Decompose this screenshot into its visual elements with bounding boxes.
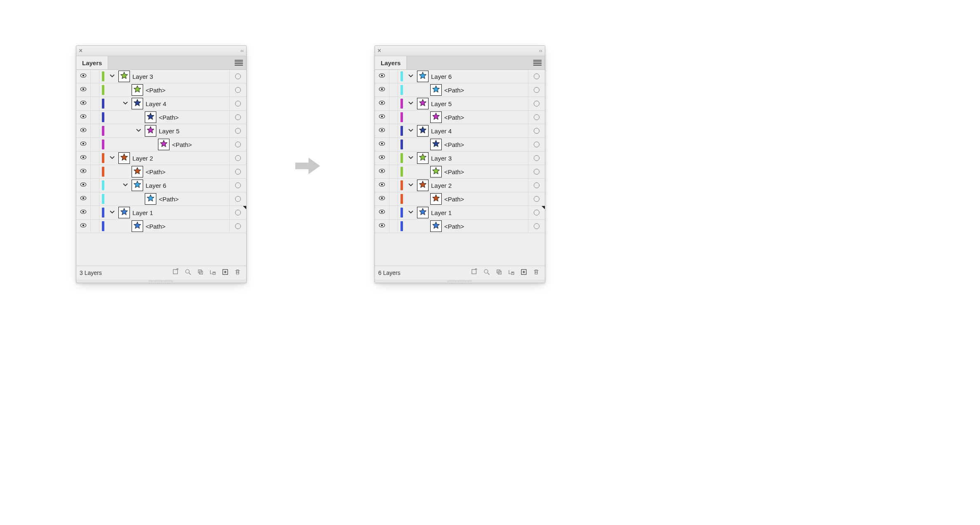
panel-options-button[interactable] <box>235 60 243 66</box>
selection-target-cell[interactable] <box>229 111 246 124</box>
layer-thumbnail[interactable] <box>417 71 429 82</box>
panel-titlebar[interactable]: ×‹‹ <box>375 46 545 56</box>
layer-row[interactable]: Layer 3 <box>375 151 545 165</box>
layer-row[interactable]: Layer 3 <box>76 70 246 83</box>
selection-target-cell[interactable] <box>229 206 246 219</box>
layer-thumbnail[interactable] <box>145 125 156 137</box>
layer-row[interactable]: Layer 6 <box>76 179 246 192</box>
layer-row[interactable]: Layer 1 <box>375 206 545 220</box>
visibility-toggle[interactable] <box>375 151 389 165</box>
trash-button[interactable] <box>531 268 542 277</box>
layer-thumbnail[interactable] <box>118 152 130 164</box>
visibility-toggle[interactable] <box>375 70 389 83</box>
layer-row[interactable]: Layer 6 <box>375 70 545 83</box>
layer-row[interactable]: Layer 4 <box>375 124 545 138</box>
path-name[interactable]: <Path> <box>159 196 229 203</box>
layer-row[interactable]: Layer 2 <box>375 179 545 192</box>
selection-target-cell[interactable] <box>229 83 246 97</box>
collapse-button[interactable]: ‹‹ <box>240 48 244 53</box>
disclosure-toggle[interactable] <box>407 100 415 107</box>
selection-target-cell[interactable] <box>229 70 246 83</box>
selection-target-cell[interactable] <box>229 165 246 178</box>
layer-thumbnail[interactable] <box>118 71 130 82</box>
visibility-toggle[interactable] <box>375 206 389 219</box>
path-row[interactable]: <Path> <box>375 138 545 151</box>
close-button[interactable]: × <box>79 47 82 54</box>
selection-target-cell[interactable] <box>528 83 545 97</box>
layer-row[interactable]: Layer 5 <box>76 124 246 138</box>
visibility-toggle[interactable] <box>76 111 91 124</box>
layer-thumbnail[interactable] <box>132 166 143 177</box>
disclosure-toggle[interactable] <box>108 209 116 216</box>
path-row[interactable]: <Path> <box>76 165 246 179</box>
trash-button[interactable] <box>232 268 243 277</box>
path-name[interactable]: <Path> <box>146 168 229 175</box>
path-name[interactable]: <Path> <box>444 168 528 175</box>
close-button[interactable]: × <box>377 47 381 54</box>
visibility-toggle[interactable] <box>375 111 389 124</box>
lock-column[interactable] <box>91 70 99 83</box>
layer-thumbnail[interactable] <box>132 98 143 109</box>
tab-layers[interactable]: Layers <box>76 56 108 69</box>
layer-name[interactable]: Layer 2 <box>431 182 528 189</box>
layer-thumbnail[interactable] <box>430 193 442 205</box>
lock-column[interactable] <box>389 192 398 206</box>
layer-list-empty-area[interactable] <box>375 233 545 266</box>
path-name[interactable]: <Path> <box>444 87 528 94</box>
layer-thumbnail[interactable] <box>145 193 156 205</box>
path-row[interactable]: <Path> <box>76 192 246 206</box>
layer-thumbnail[interactable] <box>132 180 143 191</box>
search-button[interactable] <box>183 268 193 277</box>
selection-target-cell[interactable] <box>229 179 246 192</box>
lock-column[interactable] <box>91 111 99 124</box>
selection-target-cell[interactable] <box>528 179 545 192</box>
disclosure-toggle[interactable] <box>407 154 415 162</box>
layer-thumbnail[interactable] <box>132 84 143 96</box>
lock-column[interactable] <box>91 165 99 178</box>
visibility-toggle[interactable] <box>375 124 389 137</box>
layer-thumbnail[interactable] <box>430 220 442 232</box>
selection-target-cell[interactable] <box>528 151 545 165</box>
resize-grip[interactable] <box>76 279 246 283</box>
layer-name[interactable]: Layer 2 <box>132 155 229 162</box>
path-name[interactable]: <Path> <box>444 114 528 121</box>
lock-column[interactable] <box>389 83 398 97</box>
path-row[interactable]: <Path> <box>76 138 246 151</box>
lock-column[interactable] <box>91 83 99 97</box>
path-name[interactable]: <Path> <box>444 141 528 148</box>
collapse-button[interactable]: ‹‹ <box>539 48 542 53</box>
locate-button[interactable] <box>469 268 480 277</box>
layer-thumbnail[interactable] <box>417 98 429 109</box>
path-row[interactable]: <Path> <box>76 83 246 97</box>
merge-sub-button[interactable] <box>207 268 218 277</box>
merge-sub-button[interactable] <box>506 268 517 277</box>
visibility-toggle[interactable] <box>76 206 91 219</box>
path-row[interactable]: <Path> <box>375 83 545 97</box>
visibility-toggle[interactable] <box>375 83 389 97</box>
selection-target-cell[interactable] <box>229 192 246 206</box>
lock-column[interactable] <box>389 138 398 151</box>
path-name[interactable]: <Path> <box>146 87 229 94</box>
path-row[interactable]: <Path> <box>375 220 545 233</box>
visibility-toggle[interactable] <box>76 97 91 110</box>
layer-thumbnail[interactable] <box>417 152 429 164</box>
tab-layers[interactable]: Layers <box>375 56 407 69</box>
selection-target-cell[interactable] <box>528 192 545 206</box>
layer-thumbnail[interactable] <box>417 180 429 191</box>
visibility-toggle[interactable] <box>76 220 91 233</box>
visibility-toggle[interactable] <box>375 97 389 110</box>
disclosure-toggle[interactable] <box>135 127 142 135</box>
lock-column[interactable] <box>91 138 99 151</box>
visibility-toggle[interactable] <box>76 151 91 165</box>
visibility-toggle[interactable] <box>76 83 91 97</box>
layer-name[interactable]: Layer 5 <box>159 128 229 135</box>
disclosure-toggle[interactable] <box>407 127 415 135</box>
visibility-toggle[interactable] <box>76 179 91 192</box>
layer-name[interactable]: Layer 4 <box>431 128 528 135</box>
search-button[interactable] <box>481 268 492 277</box>
visibility-toggle[interactable] <box>76 70 91 83</box>
path-name[interactable]: <Path> <box>444 223 528 230</box>
lock-column[interactable] <box>91 124 99 137</box>
lock-column[interactable] <box>91 179 99 192</box>
path-name[interactable]: <Path> <box>444 196 528 203</box>
